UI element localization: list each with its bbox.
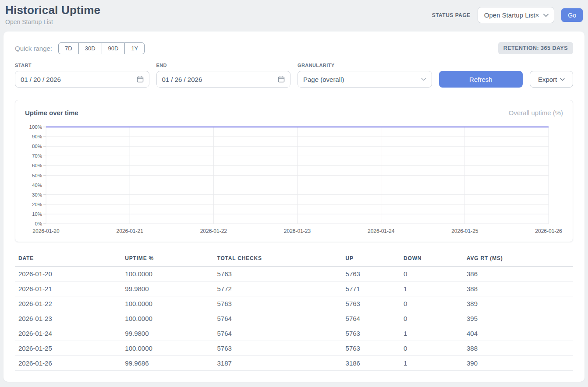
filter-form-row: START 01 / 20 / 2026 END 01 / 26 / 2026 — [15, 63, 573, 88]
table-cell: 390 — [463, 356, 573, 371]
column-header: UPTIME % — [121, 253, 213, 267]
table-cell: 100.0000 — [121, 267, 213, 281]
table-cell: 2026-01-26 — [15, 356, 121, 371]
end-date-input[interactable]: 01 / 26 / 2026 — [156, 71, 291, 88]
table-cell: 5763 — [214, 341, 342, 356]
table-cell: 2026-01-25 — [15, 341, 121, 356]
start-date-value: 01 / 20 / 2026 — [21, 76, 137, 83]
table-cell: 388 — [463, 341, 573, 356]
table-row: 2026-01-22100.0000576357630389 — [15, 296, 573, 311]
table-cell: 5763 — [342, 267, 400, 281]
table-cell: 5763 — [342, 296, 400, 311]
table-cell: 5772 — [214, 281, 342, 296]
uptime-table: DATEUPTIME %TOTAL CHECKSUPDOWNAVG RT (MS… — [15, 253, 573, 371]
quick-range-group: 7D30D90D1Y — [58, 42, 145, 54]
table-cell: 5764 — [214, 311, 342, 326]
table-cell: 388 — [463, 281, 573, 296]
table-cell: 2026-01-23 — [15, 311, 121, 326]
quick-range-row: Quick range: 7D30D90D1Y RETENTION: 365 D… — [15, 42, 573, 54]
end-date-label: END — [156, 63, 291, 68]
column-header: UP — [342, 253, 400, 267]
table-cell: 100.0000 — [121, 341, 213, 356]
table-cell: 1 — [400, 356, 463, 371]
table-row: 2026-01-20100.0000576357630386 — [15, 267, 573, 281]
calendar-icon[interactable] — [278, 76, 285, 83]
table-cell: 3187 — [214, 356, 342, 371]
svg-text:50%: 50% — [32, 173, 42, 178]
svg-text:2026-01-25: 2026-01-25 — [451, 228, 478, 234]
table-row: 2026-01-2499.9800576457631404 — [15, 326, 573, 341]
header-controls: STATUS PAGE Open Startup List× Go — [432, 7, 583, 23]
column-header: TOTAL CHECKS — [214, 253, 342, 267]
table-cell: 0 — [400, 267, 463, 281]
table-cell: 99.9800 — [121, 326, 213, 341]
table-cell: 100.0000 — [121, 296, 213, 311]
granularity-selected-value: Page (overall) — [303, 76, 421, 83]
table-cell: 2026-01-21 — [15, 281, 121, 296]
table-cell: 0 — [400, 341, 463, 356]
table-cell: 99.9686 — [121, 356, 213, 371]
table-cell: 0 — [400, 296, 463, 311]
quick-range-label: Quick range: — [15, 45, 52, 52]
table-row: 2026-01-25100.0000576357630388 — [15, 341, 573, 356]
quick-range-90d[interactable]: 90D — [102, 42, 125, 54]
table-header: DATEUPTIME %TOTAL CHECKSUPDOWNAVG RT (MS… — [15, 253, 573, 267]
table-body: 2026-01-20100.00005763576303862026-01-21… — [15, 267, 573, 371]
start-date-field: START 01 / 20 / 2026 — [15, 63, 149, 88]
table-cell: 5763 — [214, 267, 342, 281]
page-header: Historical Uptime Open Startup List STAT… — [0, 0, 588, 31]
page-title: Historical Uptime — [5, 4, 100, 17]
go-button[interactable]: Go — [561, 8, 583, 22]
table-row: 2026-01-23100.0000576457640395 — [15, 311, 573, 326]
table-cell: 3186 — [342, 356, 400, 371]
export-button-label: Export — [538, 76, 557, 83]
table-cell: 389 — [463, 296, 573, 311]
table-cell: 2026-01-20 — [15, 267, 121, 281]
start-date-input[interactable]: 01 / 20 / 2026 — [15, 71, 149, 88]
svg-text:30%: 30% — [32, 192, 42, 197]
table-cell: 5763 — [214, 296, 342, 311]
granularity-field: GRANULARITY Page (overall) — [298, 63, 432, 88]
svg-text:2026-01-24: 2026-01-24 — [368, 228, 395, 234]
svg-text:2026-01-20: 2026-01-20 — [32, 228, 60, 234]
chevron-down-icon — [543, 14, 549, 17]
start-date-label: START — [15, 63, 149, 68]
table-cell: 2026-01-22 — [15, 296, 121, 311]
svg-text:2026-01-21: 2026-01-21 — [116, 228, 143, 234]
quick-range-7d[interactable]: 7D — [58, 42, 79, 54]
uptime-chart-svg: 0%10%20%30%40%50%60%70%80%90%100%2026-01… — [25, 123, 563, 236]
retention-badge: RETENTION: 365 DAYS — [498, 42, 573, 54]
table-cell: 5771 — [342, 281, 400, 296]
chevron-down-icon — [421, 77, 426, 81]
page-subtitle: Open Startup List — [5, 18, 100, 25]
table-cell: 0 — [400, 311, 463, 326]
refresh-button[interactable]: Refresh — [439, 71, 523, 88]
quick-range-30d[interactable]: 30D — [78, 42, 102, 54]
svg-text:80%: 80% — [32, 144, 42, 149]
main-panel: Quick range: 7D30D90D1Y RETENTION: 365 D… — [4, 32, 584, 382]
chart-title: Uptime over time — [25, 109, 78, 116]
table-cell: 386 — [463, 267, 573, 281]
table-cell: 99.9800 — [121, 281, 213, 296]
title-block: Historical Uptime Open Startup List — [5, 4, 100, 25]
granularity-select[interactable]: Page (overall) — [298, 71, 432, 88]
table-row: 2026-01-2699.9686318731861390 — [15, 356, 573, 371]
granularity-label: GRANULARITY — [298, 63, 432, 68]
table-cell: 100.0000 — [121, 311, 213, 326]
table-cell: 395 — [463, 311, 573, 326]
uptime-chart-card: Uptime over time Overall uptime (%) 0%10… — [15, 100, 573, 242]
svg-text:60%: 60% — [32, 163, 42, 168]
svg-text:2026-01-22: 2026-01-22 — [200, 228, 227, 234]
table-cell: 2026-01-24 — [15, 326, 121, 341]
quick-range-1y[interactable]: 1Y — [124, 42, 145, 54]
calendar-icon[interactable] — [137, 76, 144, 83]
status-page-select[interactable]: Open Startup List× — [478, 7, 555, 23]
column-header: AVG RT (MS) — [463, 253, 573, 267]
end-date-field: END 01 / 26 / 2026 — [156, 63, 291, 88]
export-button[interactable]: Export — [530, 71, 573, 88]
svg-text:2026-01-23: 2026-01-23 — [284, 228, 311, 234]
end-date-value: 01 / 26 / 2026 — [162, 76, 278, 83]
status-page-selected-value: Open Startup List× — [484, 11, 539, 19]
svg-text:70%: 70% — [32, 153, 42, 158]
column-header: DOWN — [400, 253, 463, 267]
